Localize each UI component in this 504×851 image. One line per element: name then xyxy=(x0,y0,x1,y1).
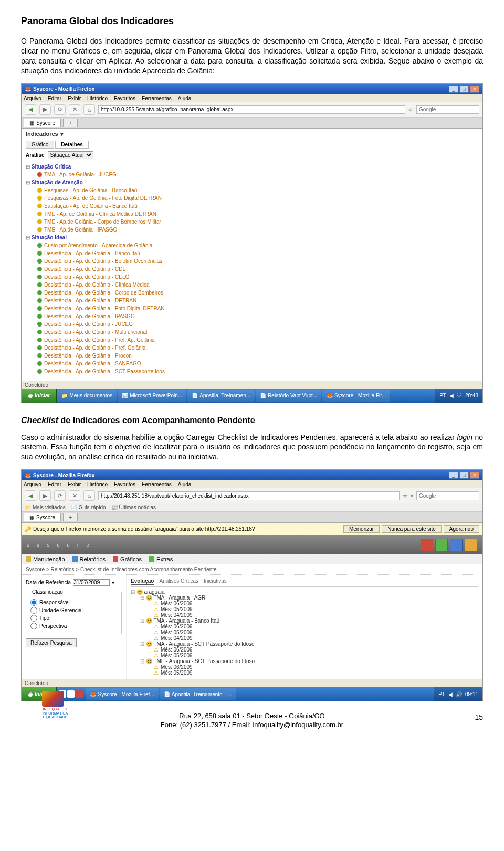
menu-item[interactable]: Arquivo xyxy=(24,96,41,101)
bookmark-item[interactable]: 📰Últimas notícias xyxy=(111,505,156,510)
reload-button[interactable]: ⟳ xyxy=(54,490,66,501)
tree-item[interactable]: Desistência - Ap. de Goiânia - CELG xyxy=(37,273,478,281)
tree-group-label[interactable]: Situação de Atenção xyxy=(26,178,478,186)
task-item[interactable]: 🦊Syscore - Mozilla Firef... xyxy=(86,688,158,700)
stop-button[interactable]: ✕ xyxy=(69,490,80,501)
menu-item[interactable]: Editar xyxy=(48,96,61,101)
task-item[interactable]: 📄Apostila_Treinamen... xyxy=(187,390,255,402)
tree-month-item[interactable]: ⚠ Mês: 05/2009 xyxy=(154,606,478,612)
app-menu-extras[interactable]: Extras xyxy=(149,556,173,562)
task-item[interactable]: 📄Apostila_Treinamento - ... xyxy=(160,688,236,700)
menu-item[interactable]: Exibir xyxy=(68,96,81,101)
tree-item[interactable]: Desistência - Ap. de Goiânia - Foto Digi… xyxy=(37,304,478,312)
tree-item[interactable]: Desistência - Ap. de Goiânia - CDL xyxy=(37,265,478,273)
tree-month-item[interactable]: ⚠ Mês: 06/2009 xyxy=(154,647,478,653)
tree-month-item[interactable]: ⚠ Mês: 05/2009 xyxy=(154,670,478,676)
menu-item[interactable]: Ajuda xyxy=(178,481,192,487)
refresh-search-button[interactable]: Refazer Pesquisa xyxy=(26,638,77,647)
app-menu-graficos[interactable]: Gráficos xyxy=(113,556,142,562)
browser-tab[interactable]: ▦Syscore xyxy=(24,513,61,521)
maximize-button[interactable]: □ xyxy=(459,86,469,93)
menu-item[interactable]: Editar xyxy=(48,481,61,487)
tree-item[interactable]: Custo por Atendimento - Aparecida de Goi… xyxy=(37,241,478,249)
menu-item[interactable]: Histórico xyxy=(87,481,108,487)
new-tab-button[interactable]: + xyxy=(63,119,78,127)
date-input[interactable] xyxy=(73,579,110,586)
tree-item[interactable]: Desistência - Ap. de Goiânia - Pref. Ap.… xyxy=(37,336,478,344)
home-button[interactable]: ⌂ xyxy=(83,490,95,501)
analysis-select[interactable]: Situação Atual xyxy=(48,151,93,159)
tree-root[interactable]: 😊 araguaia xyxy=(131,589,478,595)
sub-tab-detalhes[interactable]: Detalhes xyxy=(55,141,89,149)
tree-item[interactable]: Pesquisas - Ap. de Goiânia - Foto Digita… xyxy=(37,194,478,202)
tree-node[interactable]: 😊 TMA - Araguaia - AGR xyxy=(140,595,478,601)
tree-month-item[interactable]: ⚠ Mês: 06/2009 xyxy=(154,624,478,629)
browser-menubar[interactable]: Arquivo Editar Exibir Histórico Favorito… xyxy=(22,94,482,102)
tree-month-item[interactable]: ⚠ Mês: 05/2009 xyxy=(154,653,478,658)
menu-item[interactable]: Favoritos xyxy=(114,96,135,101)
radio-perspectiva[interactable]: Perspectiva xyxy=(30,623,117,629)
search-input[interactable] xyxy=(416,491,479,500)
url-input[interactable] xyxy=(98,491,400,500)
never-button[interactable]: Nunca para este site xyxy=(382,525,442,533)
menu-item[interactable]: Arquivo xyxy=(24,481,41,487)
close-button[interactable]: ✕ xyxy=(470,471,479,479)
tree-item[interactable]: Desistência - Ap. de Goiânia - IPASGO xyxy=(37,312,478,320)
menu-item[interactable]: Exibir xyxy=(68,481,81,487)
minimize-button[interactable]: _ xyxy=(449,86,458,93)
tree-item[interactable]: Desistência - Ap. de Goiânia - Pref. Goi… xyxy=(37,344,478,352)
tree-month-item[interactable]: ⚠ Mês: 04/2009 xyxy=(154,635,478,641)
sub-tab-grafico[interactable]: Gráfico xyxy=(26,141,54,149)
minimize-button[interactable]: _ xyxy=(449,471,458,479)
start-button[interactable]: ◉Iniciar xyxy=(22,389,57,403)
task-item[interactable]: 🦊Syscore - Mozilla Fir... xyxy=(322,390,390,402)
tab-evolucao[interactable]: Evolução xyxy=(131,578,154,585)
maximize-button[interactable]: □ xyxy=(459,471,469,479)
radio-tipo[interactable]: Tipo xyxy=(30,615,117,622)
tree-item[interactable]: Desistência - Ap. de Goiânia - Corpo de … xyxy=(37,289,478,297)
back-button[interactable]: ◀ xyxy=(25,490,36,501)
tree-item[interactable]: Desistência - Ap. de Goiânia - JUCEG xyxy=(37,320,478,328)
dropdown-icon[interactable]: ▾ xyxy=(60,131,64,138)
quicklaunch-icon[interactable] xyxy=(76,690,83,698)
tree-node[interactable]: 😊 TMA - Araguaia - Banco Itaú xyxy=(140,618,478,624)
tab-iniciativas[interactable]: Iniciativas xyxy=(204,578,227,585)
forward-button[interactable]: ▶ xyxy=(39,490,51,501)
tree-item[interactable]: Satisfação - Ap. de Goiânia - Banco Itaú xyxy=(37,202,478,210)
tree-item[interactable]: TMA - Ap. de Goiânia - JUCEG xyxy=(37,171,478,178)
radio-unidade[interactable]: Unidade Gerencial xyxy=(30,607,117,614)
bookmark-item[interactable]: 📄Guia rápido xyxy=(71,505,106,510)
menu-item[interactable]: Favoritos xyxy=(114,481,135,487)
home-button[interactable]: ⌂ xyxy=(83,104,95,115)
bookmark-item[interactable]: 📁Mais visitados xyxy=(25,505,66,510)
task-item[interactable]: 📊Microsoft PowerPoin... xyxy=(118,390,186,402)
menu-item[interactable]: Ajuda xyxy=(178,96,192,101)
back-button[interactable]: ◀ xyxy=(25,104,36,115)
tree-item[interactable]: TME - Ap.de Goiânia - IPASGO xyxy=(37,226,478,234)
quicklaunch-icon[interactable] xyxy=(67,690,75,698)
bookmark-star-icon[interactable]: ☆ xyxy=(403,493,407,499)
tree-item[interactable]: Desistência - Ap. de Goiânia - Procon xyxy=(37,352,478,360)
menu-item[interactable]: Histórico xyxy=(87,96,108,101)
browser-tab[interactable]: ▦Syscore xyxy=(24,119,61,127)
tree-group-label[interactable]: Situação Crítica xyxy=(26,163,478,171)
app-menu-manutencao[interactable]: Manutenção xyxy=(26,556,65,562)
tree-item[interactable]: Desistência - Ap. de Goiânia - DETRAN xyxy=(37,297,478,304)
not-now-button[interactable]: Agora não xyxy=(444,525,479,533)
chevron-down-icon[interactable]: ▾ xyxy=(112,580,114,585)
stop-button[interactable]: ✕ xyxy=(69,104,80,115)
search-input[interactable] xyxy=(416,105,479,114)
app-menu-relatorios[interactable]: Relatórios xyxy=(72,556,106,562)
tree-item[interactable]: Desistência - Ap. de Goiânia - Boletim O… xyxy=(37,257,478,265)
bookmark-star-icon[interactable]: ☆ xyxy=(408,107,413,112)
tree-month-item[interactable]: ⚠ Mês: 06/2009 xyxy=(154,601,478,606)
tree-item[interactable]: TME - Ap. de Goiânia - Clínica Médica DE… xyxy=(37,210,478,218)
tree-item[interactable]: Desistência - Ap. de Goiânia - Multifunc… xyxy=(37,328,478,336)
menu-item[interactable]: Ferramentas xyxy=(142,481,172,487)
task-item[interactable]: 📄Relatório Vapt Vupt... xyxy=(256,390,321,402)
forward-button[interactable]: ▶ xyxy=(39,104,51,115)
tree-item[interactable]: Desistência - Ap. de Goiânia - SANEAGO xyxy=(37,360,478,367)
tree-group-label[interactable]: Situação Ideal xyxy=(26,234,478,241)
tree-item[interactable]: Desistência - Ap. de Goiânia - SCT Passa… xyxy=(37,367,478,375)
tree-item[interactable]: TME - Ap.de Goiânia - Corpo de Bombeiros… xyxy=(37,218,478,226)
